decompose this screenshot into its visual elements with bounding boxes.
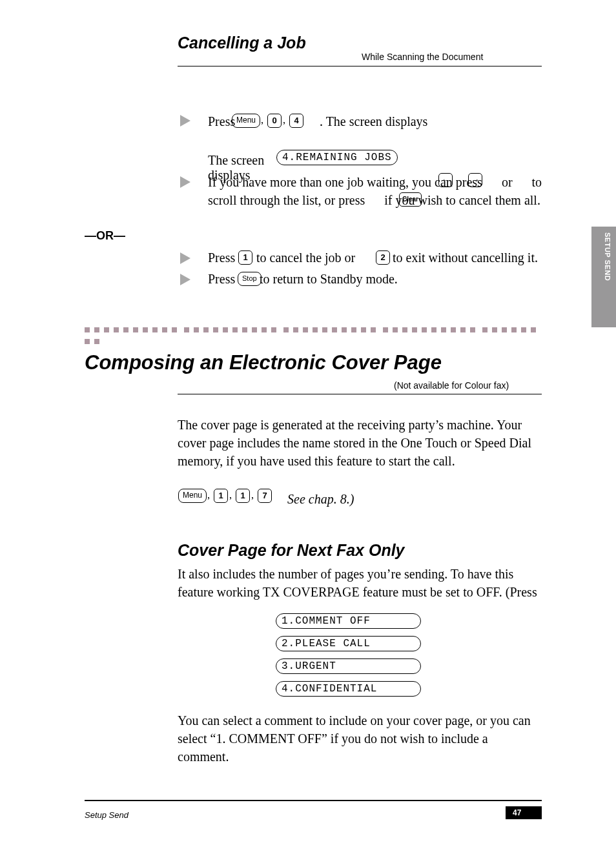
step1-text: . The screen displays [320,114,427,129]
compose-para-1: The cover page is generated at the recei… [178,416,542,470]
key-sequence-menu-1-1-7: Menu, 1, 1, 7 [178,489,273,503]
compose-see-chapter: See chap. 8.) [287,492,354,507]
page-number: 47 [506,806,542,819]
two-key: 2 [376,250,390,265]
step4-end: to return to Standby mode. [260,272,398,287]
step3-mid: to cancel the job or [256,250,355,265]
subheading-scanning: While Scanning the Document [362,52,483,62]
step3-end: to exit without cancelling it. [393,250,538,265]
step-arrow-icon [180,176,190,188]
heading-coverpage: Cover Page for Next Fax Only [178,541,405,560]
step3-press: Press [208,250,235,265]
heading-rule-2 [178,394,542,394]
stop-key: Stop [238,272,262,286]
subheading-not-colour: (Not available for Colour fax) [394,380,509,391]
clear-key: Clear [399,192,422,207]
heading-rule [178,66,542,66]
clear-key-wrap: Clear [398,192,423,207]
lcd-urgent: 3.URGENT [276,658,421,674]
menu-key: Menu [178,489,207,503]
step-arrow-icon [180,252,190,264]
dotted-separator [85,323,542,330]
arrow-keys: ← → [437,173,484,187]
one-key: 1 [238,250,252,265]
step-arrow-icon [180,274,190,285]
footer-section-label: Setup Send [85,810,128,820]
right-arrow-key: → [468,173,482,187]
one-key: 1 [214,489,228,503]
menu-key: Menu [232,114,260,128]
or-divider: —OR— [85,229,125,243]
lcd-comment-list: 1.COMMENT OFF 2.PLEASE CALL 3.URGENT 4.C… [276,613,421,704]
key-sequence-menu-0-4: Menu, 0, 4 [231,114,305,128]
zero-key: 0 [267,114,282,128]
side-tab-label: SETUP SEND [604,232,611,281]
compose-para-2: It also includes the number of pages you… [178,565,542,601]
left-arrow-key: ← [438,173,453,187]
lcd-remaining-jobs: 4.REMAINING JOBS [276,150,398,165]
step-arrow-icon [180,115,190,127]
one-key-wrap: 1 [237,250,254,265]
seven-key: 7 [258,489,272,503]
heading-cancelling: Cancelling a Job [178,34,306,52]
stop-key-wrap: Stop [237,272,262,286]
step2-body: If you have more than one job waiting, y… [208,173,544,209]
footer-rule [85,800,542,801]
heading-compose: Composing an Electronic Cover Page [85,351,442,374]
lcd-comment-off: 1.COMMENT OFF [276,613,421,629]
lcd-confidential: 4.CONFIDENTIAL [276,681,421,697]
two-key-wrap: 2 [375,250,391,265]
compose-para-3: You can select a comment to include on y… [178,711,542,766]
step4-press: Press [208,272,235,287]
one-key: 1 [236,489,250,503]
lcd-please-call: 2.PLEASE CALL [276,636,421,651]
four-key: 4 [289,114,303,128]
